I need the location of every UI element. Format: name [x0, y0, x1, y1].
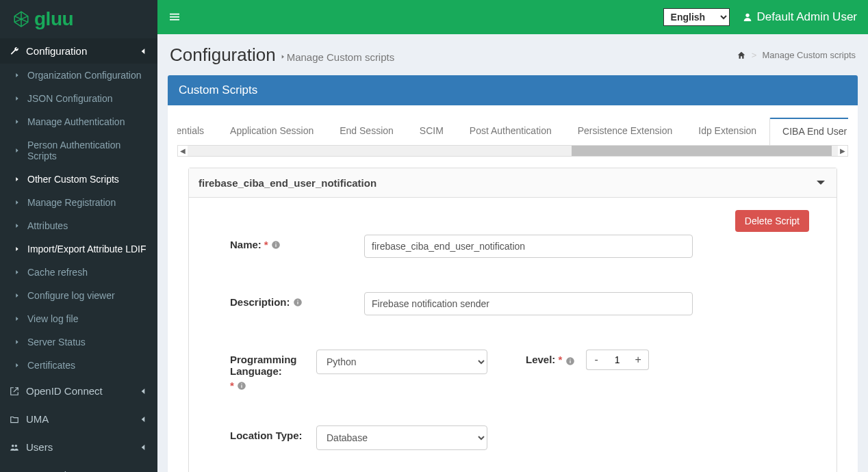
- sidebar-item-manage-auth[interactable]: Manage Authentication: [0, 110, 157, 133]
- tabs: edentials Application Session End Sessio…: [177, 118, 848, 146]
- tab-application-session[interactable]: Application Session: [217, 118, 327, 145]
- tab-scrollbar[interactable]: ◀ ▶: [177, 146, 848, 157]
- programming-language-select[interactable]: Python: [316, 350, 487, 374]
- svg-rect-12: [297, 301, 298, 304]
- tab-credentials[interactable]: edentials: [177, 118, 217, 145]
- svg-rect-13: [297, 300, 298, 300]
- chevron-right-icon: [14, 117, 21, 127]
- chevron-right-icon: [14, 146, 21, 155]
- sidebar-item-attributes[interactable]: Attributes: [0, 214, 157, 237]
- brand-icon: [12, 10, 30, 28]
- svg-point-7: [745, 14, 749, 17]
- svg-rect-9: [275, 244, 276, 246]
- sidebar-item-view-log-file[interactable]: View log file: [0, 307, 157, 330]
- user-icon: [742, 12, 753, 23]
- panel-title: Custom Scripts: [168, 75, 858, 105]
- tab-ciba-end-user-notification[interactable]: CIBA End User Notification: [769, 118, 848, 146]
- sidebar-item-person-auth-scripts[interactable]: Person Authentication Scripts: [0, 133, 157, 168]
- page-title: Configuration: [170, 44, 276, 66]
- users-icon: [10, 443, 19, 452]
- home-icon[interactable]: [737, 51, 746, 60]
- page-subtitle: Manage Custom scripts: [280, 51, 395, 63]
- logo[interactable]: gluu: [0, 0, 157, 38]
- sidebar-item-configure-log-viewer[interactable]: Configure log viewer: [0, 284, 157, 307]
- svg-point-1: [12, 444, 14, 447]
- chevron-right-icon: [14, 267, 21, 277]
- chevron-down-icon: [815, 176, 827, 189]
- chevron-left-icon: [138, 443, 148, 452]
- caret-right-icon: [280, 53, 285, 61]
- tab-scroll-left-icon[interactable]: ◀: [178, 146, 188, 156]
- svg-rect-16: [241, 383, 242, 384]
- svg-point-2: [15, 444, 17, 447]
- sidebar-section-openid[interactable]: OpenID Connect: [0, 377, 157, 405]
- sidebar-item-manage-registration[interactable]: Manage Registration: [0, 191, 157, 214]
- level-increment-button[interactable]: +: [628, 350, 649, 370]
- page-header: Configuration Manage Custom scripts > Ma…: [157, 34, 868, 75]
- tab-scim[interactable]: SCIM: [407, 118, 457, 145]
- svg-rect-4: [170, 14, 179, 15]
- chevron-left-icon: [138, 47, 148, 56]
- sidebar-item-other-custom-scripts[interactable]: Other Custom Scripts: [0, 168, 157, 191]
- info-icon[interactable]: [237, 381, 246, 391]
- info-icon[interactable]: [271, 240, 281, 250]
- brand-text: gluu: [34, 8, 73, 30]
- chevron-right-icon: [14, 360, 21, 370]
- script-item: firebase_ciba_end_user_notification Dele…: [188, 168, 837, 472]
- info-icon[interactable]: [565, 356, 575, 366]
- sidebar-section-uma[interactable]: UMA: [0, 405, 157, 433]
- chevron-right-icon: [14, 174, 21, 184]
- sidebar-item-server-status[interactable]: Server Status: [0, 330, 157, 354]
- chevron-left-icon: [138, 415, 148, 424]
- sidebar: gluu Configuration Organization Configur…: [0, 0, 157, 472]
- chevron-right-icon: [14, 314, 21, 324]
- svg-rect-15: [241, 384, 242, 387]
- script-accordion-header[interactable]: firebase_ciba_end_user_notification: [189, 168, 837, 198]
- tab-persistence-extension[interactable]: Persistence Extension: [565, 118, 686, 145]
- tab-end-session[interactable]: End Session: [327, 118, 407, 145]
- chevron-right-icon: [14, 94, 21, 103]
- topbar: English Default Admin User: [157, 0, 868, 34]
- sidebar-item-certificates[interactable]: Certificates: [0, 354, 157, 377]
- chevron-right-icon: [14, 291, 21, 300]
- sidebar-item-org-config[interactable]: Organization Configuration: [0, 64, 157, 87]
- chevron-left-icon: [138, 386, 148, 396]
- language-select[interactable]: English: [663, 8, 730, 26]
- description-label: Description:: [230, 292, 353, 308]
- tab-idp-extension[interactable]: Idp Extension: [685, 118, 769, 145]
- user-menu[interactable]: Default Admin User: [742, 10, 857, 24]
- programming-language-label: Programming Language:*: [230, 350, 305, 391]
- chevron-right-icon: [14, 337, 21, 347]
- location-type-select[interactable]: Database: [316, 425, 487, 450]
- level-decrement-button[interactable]: -: [586, 350, 607, 370]
- name-input[interactable]: [364, 235, 693, 258]
- tab-post-authentication[interactable]: Post Authentication: [457, 118, 565, 145]
- svg-rect-18: [570, 360, 570, 363]
- sidebar-section-users[interactable]: Users: [0, 433, 157, 461]
- custom-scripts-panel: Custom Scripts edentials Application Ses…: [168, 75, 858, 472]
- tab-scroll-right-icon[interactable]: ▶: [838, 146, 847, 156]
- location-type-label: Location Type:: [230, 425, 305, 441]
- chevron-right-icon: [14, 221, 21, 231]
- sidebar-section-personal[interactable]: Personal: [0, 461, 157, 472]
- sidebar-item-json-config[interactable]: JSON Configuration: [0, 87, 157, 110]
- breadcrumb-current: Manage Custom scripts: [762, 50, 856, 60]
- level-input[interactable]: [607, 350, 628, 370]
- breadcrumb: > Manage Custom scripts: [737, 50, 856, 60]
- chevron-right-icon: [14, 244, 21, 254]
- sidebar-item-import-export-ldif[interactable]: Import/Export Attribute LDIF: [0, 237, 157, 261]
- svg-rect-10: [275, 242, 276, 243]
- sidebar-item-cache-refresh[interactable]: Cache refresh: [0, 261, 157, 284]
- delete-script-button[interactable]: Delete Script: [735, 210, 809, 232]
- level-stepper: - +: [586, 350, 649, 370]
- level-label: Level: *: [526, 354, 575, 365]
- info-icon[interactable]: [293, 298, 303, 307]
- chevron-right-icon: [14, 198, 21, 207]
- menu-toggle-icon[interactable]: [168, 12, 181, 22]
- description-input[interactable]: [364, 292, 693, 315]
- name-label: Name:*: [230, 235, 353, 250]
- sidebar-configuration-header[interactable]: Configuration: [0, 38, 157, 64]
- svg-rect-6: [170, 19, 179, 21]
- svg-rect-5: [170, 16, 179, 18]
- folder-icon: [10, 415, 19, 424]
